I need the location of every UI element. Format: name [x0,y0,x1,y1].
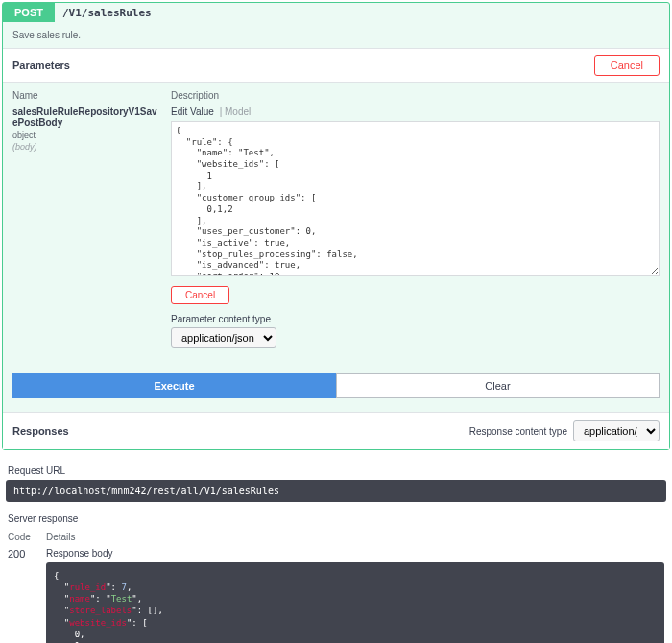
edit-value-label: Edit Value [171,107,214,117]
clear-button[interactable]: Clear [336,373,660,398]
response-content-type-label: Response content type [469,426,567,437]
response-status-code: 200 [8,548,36,643]
col-header-code: Code [8,532,36,542]
parameters-bar: Parameters Cancel [3,48,669,83]
operation-summary: Save sales rule. [3,22,669,48]
response-body-pre: { "rule_id": 7, "name": "Test", "store_l… [46,562,664,643]
param-type: object [12,131,161,140]
cancel-body-button[interactable]: Cancel [171,286,229,304]
operation-header[interactable]: POST /V1/salesRules [3,3,669,22]
parameters-heading: Parameters [12,60,70,71]
param-content-type-select[interactable]: application/json [171,327,276,348]
request-url-value: http://localhost/mnm242/rest/all/V1/sale… [6,480,666,502]
request-url-heading: Request URL [6,462,666,480]
col-header-description: Description [171,90,219,101]
server-response-heading: Server response [6,510,666,528]
endpoint-path: /V1/salesRules [62,7,152,19]
request-body-textarea[interactable] [171,121,660,276]
col-header-details: Details [46,532,76,542]
http-method-badge: POST [3,3,55,22]
param-content-type-label: Parameter content type [171,314,660,324]
col-header-name: Name [12,90,161,101]
cancel-tryout-button[interactable]: Cancel [594,55,660,76]
param-in: (body) [12,142,161,152]
model-tab[interactable]: Model [225,107,251,117]
param-name: salesRuleRuleRepositoryV1SavePostBody [12,107,161,128]
execute-button[interactable]: Execute [12,373,336,398]
response-body-label: Response body [46,548,664,559]
response-content-type-select[interactable]: application/json [573,420,660,441]
responses-heading: Responses [12,425,69,437]
